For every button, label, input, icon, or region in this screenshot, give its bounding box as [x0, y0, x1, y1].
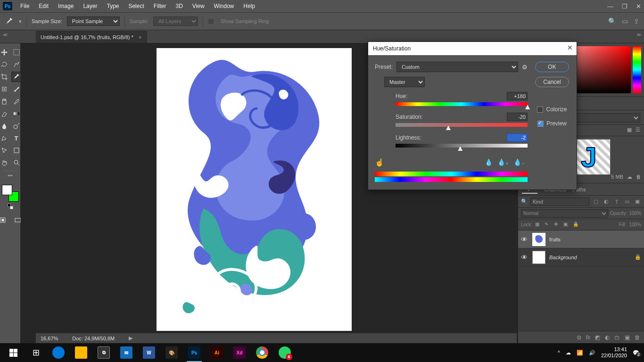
photoshop-icon[interactable]: Ps	[183, 343, 206, 362]
zoom-value[interactable]: 16,67%	[41, 336, 58, 341]
clock[interactable]: 13:41 22/01/2020	[601, 346, 627, 359]
lightness-slider[interactable]	[396, 144, 528, 148]
type-tool[interactable]: T	[11, 133, 22, 143]
lock-pixels-icon[interactable]: ▦	[535, 222, 542, 228]
move-tool[interactable]	[0, 47, 9, 58]
menu-edit[interactable]: Edit	[34, 1, 53, 11]
task-view-icon[interactable]: ⊞	[25, 343, 47, 362]
adjust-filter-icon[interactable]: ◐	[603, 198, 610, 206]
window-minimize-icon[interactable]: —	[607, 3, 613, 10]
paint-icon[interactable]: 🎨	[160, 343, 183, 362]
menu-window[interactable]: Window	[210, 1, 239, 11]
gradient-tool[interactable]	[11, 108, 22, 119]
default-colors-icon[interactable]	[8, 204, 13, 209]
edge-icon[interactable]	[47, 343, 70, 362]
channel-select[interactable]: Master	[384, 77, 425, 87]
menu-3d[interactable]: 3D	[171, 1, 187, 11]
search-icon[interactable]: 🔍	[608, 17, 616, 25]
link-icon[interactable]: ⧉	[577, 334, 581, 341]
scrubby-icon[interactable]: ☝	[375, 158, 384, 167]
menu-help[interactable]: Help	[239, 1, 259, 11]
menu-image[interactable]: Image	[54, 1, 78, 11]
fx-icon[interactable]: fx	[586, 334, 590, 341]
wifi-icon[interactable]: 📶	[577, 350, 583, 356]
cloud-icon[interactable]: ☁	[627, 174, 632, 181]
eraser-tool[interactable]	[0, 108, 9, 119]
lock-icon[interactable]: 🔒	[635, 254, 641, 260]
lock-artboard-icon[interactable]: ▣	[563, 222, 570, 228]
close-tab-icon[interactable]: ×	[139, 34, 141, 40]
store-icon[interactable]: ⧉	[92, 343, 115, 362]
eyedropper-minus-icon[interactable]: 💧₋	[513, 158, 525, 166]
document-canvas[interactable]	[157, 48, 352, 331]
marquee-tool[interactable]	[11, 47, 22, 58]
hand-tool[interactable]	[0, 157, 9, 168]
cancel-button[interactable]: Cancel	[535, 77, 569, 87]
eyedropper-tool[interactable]	[11, 72, 22, 82]
eyedropper-icon[interactable]: 💧	[485, 158, 493, 166]
blur-tool[interactable]	[0, 121, 9, 131]
onedrive-icon[interactable]: ☁	[566, 350, 571, 356]
delete-icon[interactable]: 🗑	[635, 334, 640, 341]
layer-thumb[interactable]	[532, 251, 545, 264]
healing-tool[interactable]	[0, 84, 9, 94]
quick-select-tool[interactable]	[11, 59, 22, 70]
visibility-icon[interactable]: 👁	[521, 254, 528, 261]
illustrator-icon[interactable]: Ai	[206, 343, 228, 362]
volume-icon[interactable]: 🔊	[589, 350, 595, 356]
clone-tool[interactable]	[0, 96, 9, 107]
menu-view[interactable]: View	[188, 1, 209, 11]
hue-strip[interactable]	[633, 46, 641, 93]
crop-tool[interactable]	[0, 72, 9, 82]
history-brush-tool[interactable]	[11, 96, 22, 107]
menu-select[interactable]: Select	[124, 1, 148, 11]
path-select-tool[interactable]	[0, 145, 9, 156]
whatsapp-icon[interactable]: 6	[273, 343, 296, 362]
pen-tool[interactable]	[0, 133, 9, 143]
shape-filter-icon[interactable]: ▭	[623, 198, 631, 206]
menu-file[interactable]: File	[16, 1, 33, 11]
chrome-icon[interactable]	[251, 343, 273, 362]
group-icon[interactable]: 🗀	[614, 334, 620, 341]
smart-filter-icon[interactable]: ▣	[634, 198, 641, 206]
mask-icon[interactable]: ◩	[595, 334, 600, 341]
menu-layer[interactable]: Layer	[79, 1, 101, 11]
collapse-right-icon[interactable]: ≫	[636, 32, 641, 37]
kind-filter[interactable]: Kind	[530, 197, 589, 206]
visibility-icon[interactable]: 👁	[521, 236, 528, 243]
collapse-left-icon[interactable]: ≪	[3, 32, 8, 37]
color-swatches[interactable]	[2, 185, 19, 202]
brush-tool[interactable]	[11, 84, 22, 94]
blend-mode-select[interactable]: Normal	[521, 209, 608, 218]
colorize-checkbox[interactable]	[537, 107, 543, 113]
lock-move-icon[interactable]: ✥	[554, 222, 561, 228]
layer-thumb[interactable]	[532, 233, 545, 246]
preset-select[interactable]: Custom	[396, 62, 518, 72]
hue-slider[interactable]	[396, 102, 528, 106]
foreground-color[interactable]	[2, 185, 12, 195]
lock-brush-icon[interactable]: ✎	[545, 222, 551, 228]
document-tab[interactable]: Untitled-1.psd @ 16,7% (fruits, RGB/8) *…	[36, 31, 147, 43]
trash-icon[interactable]: 🗑	[636, 174, 641, 181]
adjustment-icon[interactable]: ◐	[605, 334, 610, 341]
layer-fruits[interactable]: 👁 fruits	[518, 230, 644, 248]
status-more-icon[interactable]: ▶	[129, 335, 132, 341]
lightness-input[interactable]	[507, 133, 528, 142]
eyedropper-plus-icon[interactable]: 💧₊	[497, 158, 509, 166]
close-icon[interactable]: ✕	[567, 44, 573, 51]
hue-input[interactable]	[507, 92, 528, 100]
ok-button[interactable]: OK	[535, 62, 569, 72]
layer-name[interactable]: Background	[549, 255, 577, 260]
gear-icon[interactable]: ⚙	[522, 64, 528, 71]
fill-value[interactable]: 100%	[629, 222, 641, 227]
list-view-icon[interactable]: ☰	[636, 127, 640, 134]
notifications-icon[interactable]: 💬2	[633, 350, 639, 356]
menu-type[interactable]: Type	[102, 1, 123, 11]
opacity-value[interactable]: 100%	[629, 211, 641, 216]
show-ring-checkbox[interactable]	[208, 18, 214, 25]
sample-size-select[interactable]: Point Sample	[67, 16, 120, 26]
shape-tool[interactable]	[11, 145, 22, 156]
lasso-tool[interactable]	[0, 59, 9, 70]
share-icon[interactable]: ⇪	[634, 17, 639, 25]
layer-name[interactable]: fruits	[549, 237, 561, 242]
